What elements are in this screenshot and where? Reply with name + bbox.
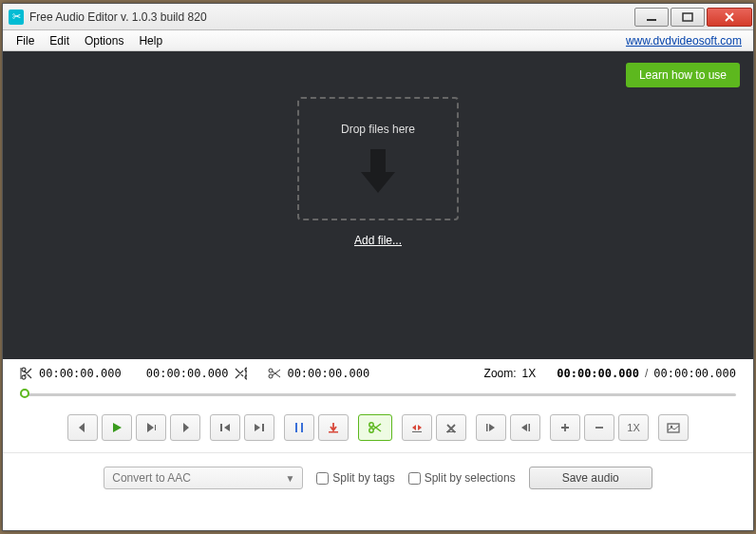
trim-in-button[interactable] (402, 414, 432, 441)
app-window: ✂ Free Audio Editor v. 1.0.3 build 820 F… (2, 3, 754, 531)
svg-rect-6 (262, 424, 264, 431)
svg-rect-4 (155, 425, 156, 430)
menubar: File Edit Options Help www.dvdvideosoft.… (3, 30, 753, 51)
site-link[interactable]: www.dvdvideosoft.com (626, 34, 742, 48)
menu-help[interactable]: Help (131, 32, 170, 49)
skip-back-button[interactable] (67, 414, 98, 441)
prev-marker-button[interactable] (210, 414, 240, 441)
scissors-icon (268, 367, 281, 380)
svg-rect-16 (668, 424, 679, 432)
minimize-button[interactable] (634, 8, 669, 27)
marker-down-button[interactable] (318, 414, 349, 441)
svg-rect-12 (412, 431, 422, 432)
seek-slider[interactable] (20, 386, 736, 403)
play-selection-button[interactable] (136, 414, 166, 441)
duration-time: 00:00:00.000 (653, 367, 736, 380)
svg-rect-15 (529, 424, 531, 431)
svg-rect-8 (301, 423, 303, 432)
scissors-left-icon (20, 367, 33, 380)
toolbar: 1X (3, 409, 753, 452)
selection-end: 00:00:00.000 (146, 367, 229, 380)
add-file-link[interactable]: Add file... (354, 234, 402, 247)
split-selections-checkbox[interactable]: Split by selections (408, 471, 516, 485)
svg-rect-5 (220, 424, 222, 431)
split-tags-input[interactable] (316, 472, 329, 485)
slider-track (20, 393, 736, 396)
arrow-down-icon (358, 147, 398, 195)
split-sel-label: Split by selections (425, 471, 516, 485)
maximize-button[interactable] (671, 8, 705, 27)
dropzone[interactable]: Drop files here (297, 97, 459, 220)
sel-end-button[interactable] (510, 414, 540, 441)
time-separator: / (645, 367, 648, 380)
speed-label: 1X (627, 422, 639, 433)
cut-button[interactable] (358, 414, 392, 441)
svg-rect-9 (329, 431, 338, 433)
play-button[interactable] (102, 414, 132, 441)
svg-rect-1 (683, 13, 692, 21)
drop-text: Drop files here (341, 123, 415, 136)
zoom-label: Zoom: (484, 367, 517, 380)
svg-point-3 (269, 374, 273, 378)
skip-forward-button[interactable] (170, 414, 200, 441)
svg-point-11 (369, 429, 373, 432)
selection-start: 00:00:00.000 (39, 367, 122, 380)
svg-rect-14 (486, 424, 488, 431)
position-time: 00:00:00.000 (557, 367, 639, 380)
window-controls (633, 8, 753, 27)
save-audio-button[interactable]: Save audio (529, 467, 652, 489)
convert-dropdown[interactable]: Convert to AAC ▼ (104, 467, 303, 489)
menu-options[interactable]: Options (77, 32, 131, 49)
next-marker-button[interactable] (244, 414, 274, 441)
bottom-bar: Convert to AAC ▼ Split by tags Split by … (3, 452, 753, 506)
delete-selection-button[interactable] (436, 414, 466, 441)
scissors-right-icon (234, 367, 247, 380)
waveform-canvas: Learn how to use Drop files here Add fil… (3, 51, 753, 359)
split-sel-input[interactable] (408, 472, 421, 485)
titlebar: ✂ Free Audio Editor v. 1.0.3 build 820 (3, 4, 753, 30)
svg-point-2 (269, 369, 273, 372)
svg-rect-13 (446, 431, 456, 432)
menu-edit[interactable]: Edit (42, 32, 77, 49)
set-markers-button[interactable] (284, 414, 314, 441)
snapshot-button[interactable] (658, 414, 689, 441)
split-tags-checkbox[interactable]: Split by tags (316, 471, 394, 485)
svg-rect-0 (647, 19, 656, 21)
svg-rect-7 (295, 423, 297, 432)
chevron-down-icon: ▼ (285, 473, 294, 484)
zoom-reset-button[interactable]: 1X (618, 414, 649, 441)
zoom-in-button[interactable] (550, 414, 580, 441)
convert-label: Convert to AAC (112, 471, 191, 485)
close-button[interactable] (707, 8, 752, 27)
timebar: 00:00:00.000 00:00:00.000 00:00:00.000 Z… (3, 359, 753, 384)
split-tags-label: Split by tags (332, 471, 394, 485)
window-title: Free Audio Editor v. 1.0.3 build 820 (29, 10, 633, 24)
learn-button[interactable]: Learn how to use (626, 63, 740, 87)
zoom-value: 1X (522, 367, 537, 380)
zoom-out-button[interactable] (584, 414, 614, 441)
slider-thumb[interactable] (20, 389, 29, 398)
app-icon: ✂ (9, 10, 24, 25)
trim-time: 00:00:00.000 (287, 367, 369, 380)
svg-point-10 (369, 423, 373, 427)
menu-file[interactable]: File (9, 32, 42, 49)
sel-start-button[interactable] (476, 414, 506, 441)
